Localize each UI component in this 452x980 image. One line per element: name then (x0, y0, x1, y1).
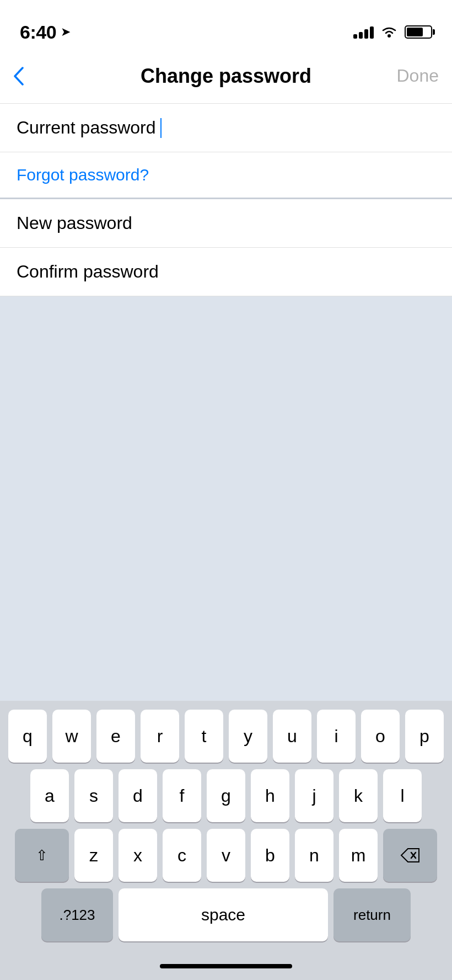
key-z[interactable]: z (74, 829, 113, 882)
home-indicator (0, 952, 452, 980)
form-section: Current password Forgot password? New pa… (0, 104, 452, 296)
keyboard-row-2: a s d f g h j k l (4, 769, 448, 822)
space-key[interactable]: space (119, 888, 328, 941)
empty-area (0, 296, 452, 701)
forgot-password-row: Forgot password? (0, 152, 452, 199)
key-w[interactable]: w (52, 710, 91, 763)
key-b[interactable]: b (251, 829, 289, 882)
keyboard-row-4: .?123 space return (4, 888, 448, 941)
key-y[interactable]: y (229, 710, 267, 763)
nav-bar: Change password Done (0, 49, 452, 104)
key-l[interactable]: l (383, 769, 422, 822)
key-r[interactable]: r (141, 710, 179, 763)
key-p[interactable]: p (405, 710, 444, 763)
key-o[interactable]: o (361, 710, 400, 763)
confirm-password-label: Confirm password (17, 262, 159, 282)
key-e[interactable]: e (96, 710, 135, 763)
num-key[interactable]: .?123 (41, 888, 113, 941)
text-cursor (160, 118, 162, 138)
key-d[interactable]: d (119, 769, 157, 822)
key-x[interactable]: x (119, 829, 157, 882)
keyboard-row-3: ⇧ z x c v b n m (4, 829, 448, 882)
current-password-row[interactable]: Current password (0, 104, 452, 152)
key-k[interactable]: k (339, 769, 378, 822)
key-j[interactable]: j (295, 769, 333, 822)
location-icon: ➤ (61, 25, 71, 39)
current-password-label: Current password (17, 118, 156, 138)
key-s[interactable]: s (74, 769, 113, 822)
back-button[interactable] (13, 67, 46, 86)
shift-key[interactable]: ⇧ (15, 829, 69, 882)
done-button[interactable]: Done (395, 66, 439, 86)
status-time: 6:40 (20, 22, 56, 43)
page-title: Change password (141, 65, 311, 88)
key-n[interactable]: n (295, 829, 333, 882)
key-q[interactable]: q (8, 710, 47, 763)
key-m[interactable]: m (339, 829, 378, 882)
status-bar: 6:40 ➤ (0, 0, 452, 49)
key-c[interactable]: c (163, 829, 201, 882)
svg-point-0 (388, 34, 391, 38)
home-bar (160, 964, 292, 968)
signal-bars-icon (353, 25, 374, 39)
confirm-password-row[interactable]: Confirm password (0, 248, 452, 296)
key-f[interactable]: f (163, 769, 201, 822)
key-u[interactable]: u (273, 710, 311, 763)
new-password-row[interactable]: New password (0, 199, 452, 248)
new-password-label: New password (17, 213, 132, 233)
key-a[interactable]: a (30, 769, 69, 822)
forgot-password-link[interactable]: Forgot password? (17, 166, 149, 184)
key-g[interactable]: g (207, 769, 245, 822)
key-v[interactable]: v (207, 829, 245, 882)
battery-icon (405, 25, 432, 39)
key-t[interactable]: t (185, 710, 223, 763)
key-h[interactable]: h (251, 769, 289, 822)
return-key[interactable]: return (333, 888, 411, 941)
keyboard-row-1: q w e r t y u i o p (4, 710, 448, 763)
status-icons (353, 25, 432, 39)
key-i[interactable]: i (317, 710, 356, 763)
wifi-icon (381, 26, 397, 38)
keyboard: q w e r t y u i o p a s d f g h j k l ⇧ … (0, 701, 452, 952)
delete-key[interactable] (383, 829, 437, 882)
